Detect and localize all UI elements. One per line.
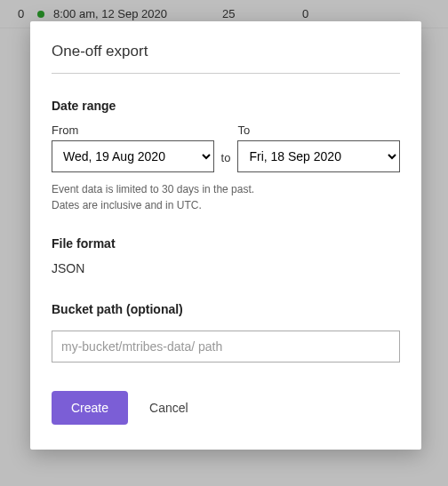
create-button[interactable]: Create (52, 391, 128, 425)
date-range-section: Date range From Wed, 19 Aug 2020 to To F… (52, 99, 400, 213)
file-format-section: File format JSON (52, 236, 400, 275)
modal-button-row: Create Cancel (52, 391, 400, 425)
file-format-heading: File format (52, 236, 400, 251)
from-date-select[interactable]: Wed, 19 Aug 2020 (52, 140, 214, 172)
to-word: to (221, 151, 231, 172)
hint-line: Dates are inclusive and in UTC. (52, 199, 202, 211)
to-label: To (237, 123, 400, 137)
bucket-path-input[interactable] (52, 331, 400, 363)
hint-line: Event data is limited to 30 days in the … (52, 183, 254, 195)
date-range-heading: Date range (52, 99, 400, 113)
from-label: From (52, 123, 214, 137)
bucket-path-section: Bucket path (optional) (52, 302, 400, 391)
to-column: To Fri, 18 Sep 2020 (237, 123, 400, 172)
file-format-value: JSON (52, 261, 400, 275)
date-range-hint: Event data is limited to 30 days in the … (52, 181, 400, 213)
to-date-select[interactable]: Fri, 18 Sep 2020 (237, 140, 400, 172)
export-modal: One-off export Date range From Wed, 19 A… (30, 21, 421, 450)
cancel-button[interactable]: Cancel (149, 401, 188, 415)
modal-title: One-off export (52, 43, 400, 74)
date-range-row: From Wed, 19 Aug 2020 to To Fri, 18 Sep … (52, 123, 400, 172)
from-column: From Wed, 19 Aug 2020 (52, 123, 214, 172)
bucket-path-heading: Bucket path (optional) (52, 302, 400, 316)
